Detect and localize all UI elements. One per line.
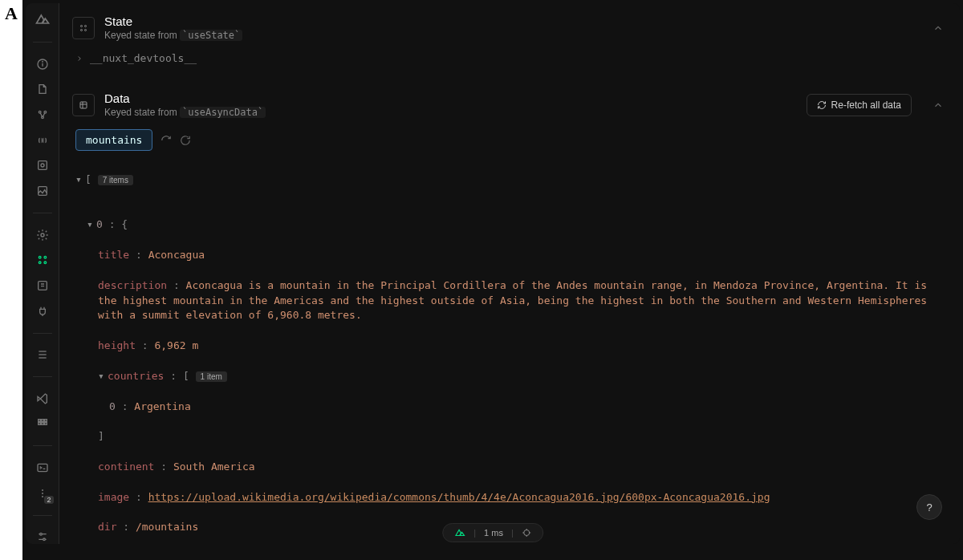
countries-count-badge: 1 item [196, 371, 227, 382]
svg-point-29 [39, 534, 42, 536]
svg-point-5 [41, 116, 43, 119]
sidebar-more-badge: 2 [44, 496, 53, 504]
svg-point-27 [42, 496, 43, 497]
chevron-up-icon[interactable] [933, 22, 944, 34]
sidebar-separator [33, 515, 52, 516]
refetch-all-button[interactable]: Re-fetch all data [807, 94, 912, 116]
target-icon[interactable] [522, 528, 531, 538]
svg-rect-36 [80, 102, 87, 108]
state-collapsed-key: __nuxt_devtools__ [90, 52, 197, 64]
vscode-icon[interactable] [35, 392, 51, 406]
refresh-key-icon[interactable] [160, 135, 172, 146]
svg-point-32 [81, 25, 83, 26]
state-section-icon [72, 17, 95, 39]
assets-icon[interactable] [35, 184, 51, 198]
data-subtitle: Keyed state from `useAsyncData` [104, 107, 797, 118]
svg-point-31 [43, 538, 45, 541]
sidebar-separator [33, 333, 52, 334]
page-letter: A [0, 0, 22, 560]
help-button[interactable]: ? [916, 494, 942, 520]
state-icon[interactable] [35, 253, 51, 267]
chevron-up-icon[interactable] [933, 99, 944, 111]
composables-icon[interactable] [35, 133, 51, 148]
content: State Keyed state from `useState` __nuxt… [59, 3, 960, 544]
svg-rect-6 [38, 161, 47, 170]
plugins-icon[interactable] [35, 304, 51, 319]
refresh-icon [817, 100, 827, 110]
state-collapsed-row[interactable]: __nuxt_devtools__ [75, 52, 944, 64]
svg-point-12 [39, 262, 41, 264]
svg-rect-18 [38, 420, 40, 422]
items-count-badge: 7 items [98, 175, 133, 185]
svg-point-2 [42, 61, 43, 62]
data-section-header: Data Keyed state from `useAsyncData` Re-… [59, 80, 960, 124]
svg-rect-23 [44, 423, 47, 425]
caret-down-icon[interactable]: ▾ [75, 172, 85, 188]
components-icon[interactable] [35, 108, 51, 122]
sidebar-separator [33, 213, 52, 213]
svg-rect-19 [41, 420, 43, 422]
reload-key-icon[interactable] [180, 135, 191, 146]
timing-text: 1 ms [484, 528, 503, 538]
svg-point-26 [42, 493, 43, 494]
grid-icon[interactable] [35, 417, 51, 432]
devtools-panel: 2 State Keyed state from `useState` [26, 3, 960, 544]
sidebar-separator [33, 42, 52, 43]
chevron-right-icon [75, 55, 83, 63]
data-section-icon [72, 94, 95, 116]
caret-down-icon[interactable]: ▾ [98, 369, 108, 384]
svg-point-35 [85, 29, 87, 30]
data-key-pill[interactable]: mountains [75, 129, 152, 151]
bottom-status-bar: | 1 ms | [442, 523, 543, 542]
nuxt-logo-icon[interactable] [454, 527, 465, 538]
modules-icon[interactable] [35, 159, 51, 173]
svg-point-4 [44, 111, 47, 113]
json-tree: ▾[ 7 items ▾0 : { title : Aconcagua desc… [75, 157, 944, 544]
terminal-icon[interactable] [35, 461, 51, 475]
svg-point-11 [44, 257, 47, 259]
pages-icon[interactable] [35, 83, 51, 97]
svg-point-39 [523, 530, 529, 536]
svg-point-9 [41, 233, 44, 237]
svg-point-33 [85, 25, 87, 26]
svg-point-10 [39, 257, 41, 259]
svg-point-13 [44, 262, 47, 264]
svg-rect-20 [44, 420, 47, 422]
settings-sliders-icon[interactable] [35, 530, 51, 544]
runtime-config-icon[interactable] [35, 228, 51, 242]
svg-rect-21 [38, 423, 40, 425]
data-title: Data [104, 91, 797, 105]
svg-rect-24 [38, 464, 47, 471]
sidebar: 2 [26, 3, 59, 544]
sidebar-separator [33, 445, 52, 446]
svg-point-34 [81, 29, 83, 30]
info-icon[interactable] [35, 57, 51, 71]
timeline-icon[interactable] [35, 347, 51, 362]
image-link[interactable]: https://upload.wikimedia.org/wikipedia/c… [148, 491, 770, 503]
svg-point-3 [39, 111, 41, 113]
state-section-header: State Keyed state from `useState` [59, 3, 960, 47]
svg-rect-22 [41, 423, 43, 425]
more-icon[interactable]: 2 [35, 486, 51, 501]
svg-point-25 [42, 489, 43, 491]
payload-icon[interactable] [35, 278, 51, 293]
svg-point-7 [41, 164, 44, 167]
state-subtitle: Keyed state from `useState` [104, 30, 923, 41]
nuxt-logo-icon[interactable] [35, 11, 51, 27]
caret-down-icon[interactable]: ▾ [87, 217, 96, 233]
state-title: State [104, 14, 923, 28]
sidebar-separator [33, 376, 52, 377]
